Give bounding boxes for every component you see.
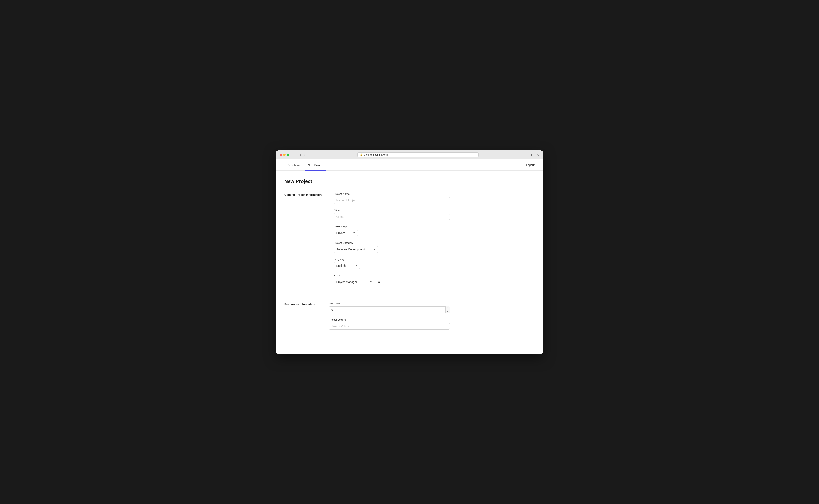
- browser-controls: ‹ ›: [299, 153, 306, 157]
- lock-icon: 🔒: [360, 153, 363, 156]
- workdays-input-wrapper: 0 ▲ ▼: [329, 306, 450, 313]
- increment-button[interactable]: ▲: [446, 306, 450, 310]
- general-form-fields: Project Name Client Project Type Private: [334, 192, 450, 285]
- roles-select[interactable]: Project Manager Developer Designer QA En…: [334, 279, 374, 285]
- share-button[interactable]: ⬆: [530, 153, 533, 156]
- new-tab-button[interactable]: +: [534, 153, 536, 156]
- nav-left: Dashboard New Project: [284, 159, 326, 170]
- decrement-button[interactable]: ▼: [446, 310, 450, 313]
- url-text: projects.hagn.network: [364, 153, 388, 156]
- back-button[interactable]: ‹: [299, 153, 302, 157]
- close-button[interactable]: [280, 154, 282, 156]
- project-type-label: Project Type: [334, 225, 450, 228]
- app-content: Dashboard New Project Logout New Project…: [276, 159, 543, 354]
- roles-group: Roles Project Manager Developer Designer…: [334, 274, 450, 285]
- minimize-button[interactable]: [283, 154, 286, 156]
- project-name-input[interactable]: [334, 197, 450, 204]
- delete-role-button[interactable]: 🗑: [376, 279, 382, 285]
- client-input[interactable]: [334, 213, 450, 220]
- resources-form-fields: Workdays 0 ▲ ▼ Project Volume: [329, 302, 450, 330]
- project-name-group: Project Name: [334, 192, 450, 204]
- nav-logout[interactable]: Logout: [526, 163, 535, 167]
- sidebar-toggle-button[interactable]: ⊟: [292, 153, 297, 157]
- navigation: Dashboard New Project Logout: [276, 159, 543, 171]
- general-section-label: General Project Information: [284, 192, 322, 285]
- browser-actions: ⬆ + ⧉: [530, 153, 539, 156]
- project-category-label: Project Category: [334, 241, 450, 244]
- roles-row: Project Manager Developer Designer QA En…: [334, 279, 450, 285]
- language-select[interactable]: English German French Spanish: [334, 262, 360, 269]
- resources-section: Resources Information Workdays 0 ▲ ▼: [284, 302, 450, 338]
- project-type-group: Project Type Private Public: [334, 225, 450, 236]
- general-section: General Project Information Project Name…: [284, 192, 450, 294]
- page-title: New Project: [284, 179, 450, 184]
- maximize-button[interactable]: [287, 154, 289, 156]
- main-content: New Project General Project Information …: [276, 171, 458, 354]
- workdays-input[interactable]: 0: [329, 306, 450, 313]
- project-name-label: Project Name: [334, 192, 450, 195]
- client-group: Client: [334, 209, 450, 220]
- workdays-label: Workdays: [329, 302, 450, 305]
- nav-new-project[interactable]: New Project: [305, 159, 326, 171]
- address-bar[interactable]: 🔒 projects.hagn.network: [357, 152, 478, 157]
- browser-window: ⊟ ‹ › 🔒 projects.hagn.network ⬆ + ⧉ Dash…: [276, 150, 543, 354]
- add-role-button[interactable]: +: [384, 279, 390, 285]
- tabs-button[interactable]: ⧉: [537, 153, 539, 156]
- trash-icon: 🗑: [377, 280, 380, 284]
- project-category-select[interactable]: Software Development Design Marketing Re…: [334, 246, 378, 253]
- project-volume-label: Project Volume: [329, 318, 450, 321]
- traffic-lights: [280, 154, 289, 156]
- resources-section-label: Resources Information: [284, 302, 317, 330]
- language-group: Language English German French Spanish: [334, 258, 450, 269]
- language-label: Language: [334, 258, 450, 261]
- project-category-group: Project Category Software Development De…: [334, 241, 450, 253]
- forward-button[interactable]: ›: [303, 153, 306, 157]
- plus-icon: +: [386, 280, 388, 284]
- workdays-group: Workdays 0 ▲ ▼: [329, 302, 450, 313]
- project-type-select[interactable]: Private Public: [334, 230, 358, 236]
- project-volume-group: Project Volume: [329, 318, 450, 330]
- roles-label: Roles: [334, 274, 450, 277]
- browser-chrome: ⊟ ‹ › 🔒 projects.hagn.network ⬆ + ⧉: [276, 150, 543, 159]
- client-label: Client: [334, 209, 450, 212]
- project-volume-input[interactable]: [329, 323, 450, 330]
- nav-dashboard[interactable]: Dashboard: [284, 159, 305, 171]
- number-controls: ▲ ▼: [445, 306, 450, 313]
